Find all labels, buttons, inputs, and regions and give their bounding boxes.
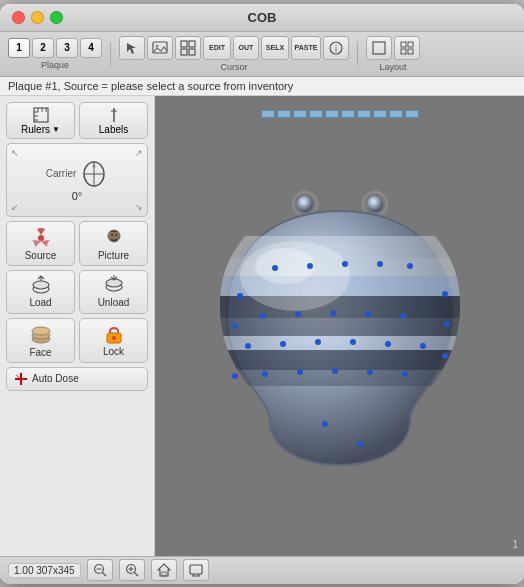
zoom-out-btn[interactable] bbox=[87, 559, 113, 581]
svg-marker-94 bbox=[158, 564, 170, 576]
svg-point-69 bbox=[330, 310, 336, 316]
info-btn[interactable]: i bbox=[323, 36, 349, 60]
svg-point-85 bbox=[442, 353, 448, 359]
sep-2 bbox=[357, 42, 358, 66]
svg-marker-0 bbox=[127, 43, 136, 54]
svg-point-62 bbox=[407, 263, 413, 269]
rulers-labels-row: Rulers ▼ Labels bbox=[6, 102, 148, 139]
lock-label: Lock bbox=[103, 346, 124, 357]
svg-rect-52 bbox=[220, 370, 460, 386]
svg-point-29 bbox=[115, 234, 117, 236]
auto-dose-btn[interactable]: Auto Dose bbox=[6, 367, 148, 391]
svg-point-81 bbox=[367, 369, 373, 375]
bottom-bar: 1.00 307x345 bbox=[0, 556, 524, 584]
labels-btn[interactable]: Labels bbox=[79, 102, 148, 139]
layout-grid-btn[interactable] bbox=[394, 36, 420, 60]
lock-btn[interactable]: Lock bbox=[79, 318, 148, 363]
svg-point-84 bbox=[357, 441, 363, 447]
svg-point-65 bbox=[442, 291, 448, 297]
plaque-svg bbox=[205, 176, 475, 476]
picture-label: Picture bbox=[98, 250, 129, 261]
out-btn[interactable]: OUT bbox=[233, 36, 259, 60]
svg-rect-49 bbox=[220, 318, 460, 336]
svg-point-61 bbox=[377, 261, 383, 267]
svg-point-31 bbox=[33, 281, 49, 289]
close-button[interactable] bbox=[12, 11, 25, 24]
svg-point-2 bbox=[156, 44, 159, 47]
svg-point-59 bbox=[307, 263, 313, 269]
paste-btn[interactable]: PASTE bbox=[291, 36, 321, 60]
cursor-section: EDIT OUT SELX PASTE i Cursor bbox=[119, 36, 349, 72]
status-bar: Plaque #1, Source = please select a sour… bbox=[0, 77, 524, 96]
svg-point-38 bbox=[32, 327, 50, 335]
tab-1[interactable]: 1 bbox=[8, 38, 30, 58]
svg-point-66 bbox=[444, 321, 450, 327]
layout-tools bbox=[366, 36, 420, 60]
tab-3[interactable]: 3 bbox=[56, 38, 78, 58]
svg-point-83 bbox=[322, 421, 328, 427]
picture-btn[interactable]: Picture bbox=[79, 221, 148, 266]
svg-rect-4 bbox=[189, 41, 195, 47]
svg-rect-51 bbox=[220, 350, 460, 370]
selx-btn[interactable]: SELX bbox=[261, 36, 289, 60]
svg-point-63 bbox=[237, 293, 243, 299]
canvas-area bbox=[155, 96, 524, 556]
layout-section: Layout bbox=[366, 36, 420, 72]
svg-point-80 bbox=[332, 368, 338, 374]
svg-point-76 bbox=[385, 341, 391, 347]
svg-rect-12 bbox=[401, 49, 406, 54]
tab-2[interactable]: 2 bbox=[32, 38, 54, 58]
auto-dose-label: Auto Dose bbox=[32, 373, 79, 384]
svg-point-26 bbox=[38, 235, 44, 241]
face-lock-row: Face Lock bbox=[6, 318, 148, 363]
source-btn[interactable]: Source bbox=[6, 221, 75, 266]
svg-rect-5 bbox=[181, 49, 187, 55]
svg-point-47 bbox=[367, 196, 383, 212]
carrier-corners-top: ↖ ↗ bbox=[11, 148, 143, 158]
cursor-arrow-btn[interactable] bbox=[119, 36, 145, 60]
rulers-btn[interactable]: Rulers ▼ bbox=[6, 102, 75, 139]
svg-point-75 bbox=[350, 339, 356, 345]
view-btn[interactable] bbox=[183, 559, 209, 581]
toolbar: 1 2 3 4 Plaque bbox=[0, 32, 524, 77]
home-btn[interactable] bbox=[151, 559, 177, 581]
svg-point-68 bbox=[295, 311, 301, 317]
canvas-panel[interactable]: 1 bbox=[155, 96, 524, 556]
minimize-button[interactable] bbox=[31, 11, 44, 24]
maximize-button[interactable] bbox=[50, 11, 63, 24]
tab-group: 1 2 3 4 bbox=[8, 38, 102, 58]
titlebar: COB bbox=[0, 4, 524, 32]
svg-point-60 bbox=[342, 261, 348, 267]
svg-rect-10 bbox=[401, 42, 406, 47]
zoom-in-btn[interactable] bbox=[119, 559, 145, 581]
layout-single-btn[interactable] bbox=[366, 36, 392, 60]
svg-line-88 bbox=[102, 573, 106, 577]
source-label: Source bbox=[25, 250, 57, 261]
load-btn[interactable]: Load bbox=[6, 270, 75, 314]
cursor-grid-btn[interactable] bbox=[175, 36, 201, 60]
cursor-image-btn[interactable] bbox=[147, 36, 173, 60]
left-panel: Rulers ▼ Labels ↖ ↗ bbox=[0, 96, 155, 556]
rulers-label: Rulers bbox=[21, 124, 50, 135]
svg-point-57 bbox=[255, 248, 315, 284]
sep-1 bbox=[110, 42, 111, 66]
unload-btn[interactable]: Unload bbox=[79, 270, 148, 314]
svg-point-71 bbox=[400, 313, 406, 319]
svg-rect-11 bbox=[408, 42, 413, 47]
svg-point-72 bbox=[245, 343, 251, 349]
edit-btn[interactable]: EDIT bbox=[203, 36, 231, 60]
svg-rect-9 bbox=[373, 42, 385, 54]
zoom-info: 1.00 307x345 bbox=[8, 563, 81, 578]
main-content: Rulers ▼ Labels ↖ ↗ bbox=[0, 96, 524, 556]
svg-line-91 bbox=[134, 573, 138, 577]
svg-point-70 bbox=[365, 311, 371, 317]
window-title: COB bbox=[248, 10, 277, 25]
tab-4[interactable]: 4 bbox=[80, 38, 102, 58]
svg-point-82 bbox=[402, 371, 408, 377]
svg-point-78 bbox=[262, 371, 268, 377]
face-btn[interactable]: Face bbox=[6, 318, 75, 363]
unload-label: Unload bbox=[98, 297, 130, 308]
carrier-corners-bottom: ↙ ↘ bbox=[11, 202, 143, 212]
carrier-section: ↖ ↗ Carrier 0° bbox=[6, 143, 148, 217]
load-unload-row: Load Unload bbox=[6, 270, 148, 314]
